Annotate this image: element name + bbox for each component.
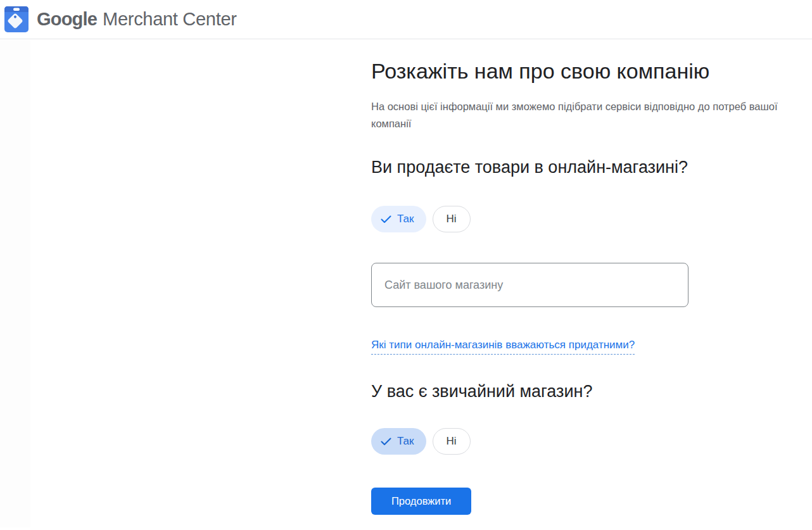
question-online-store: Ви продаєте товари в онлайн-магазині? — [371, 158, 688, 177]
online-no-label: Ні — [447, 213, 457, 225]
online-store-choice-group: Так Ні — [371, 206, 471, 232]
continue-button[interactable]: Продовжити — [371, 488, 471, 515]
eligible-stores-help-link[interactable]: Які типи онлайн-магазинів вважаються при… — [371, 339, 635, 355]
physical-no-label: Ні — [447, 435, 457, 448]
brand-product: Merchant Center — [103, 9, 237, 29]
brand-text: GoogleMerchant Center — [37, 9, 237, 30]
merchant-center-logo-icon — [4, 6, 29, 32]
online-yes-label: Так — [397, 213, 414, 225]
physical-store-choice-group: Так Ні — [371, 428, 471, 455]
merchant-center-onboarding-page: GoogleMerchant Center Розкажіть нам про … — [0, 0, 812, 530]
question-physical-store: У вас є звичайний магазин? — [371, 382, 592, 401]
page-title: Розкажіть нам про свою компанію — [371, 58, 709, 84]
physical-yes-label: Так — [397, 435, 414, 448]
check-icon — [381, 438, 391, 446]
physical-yes-chip[interactable]: Так — [371, 428, 426, 455]
left-panel-placeholder — [0, 40, 30, 527]
check-icon — [381, 215, 391, 224]
app-header: GoogleMerchant Center — [0, 0, 812, 39]
merchant-center-logo[interactable]: GoogleMerchant Center — [4, 6, 237, 32]
brand-google: Google — [37, 9, 97, 29]
online-no-chip[interactable]: Ні — [433, 206, 471, 232]
page-subtitle: На основі цієї інформації ми зможемо під… — [371, 98, 794, 132]
online-yes-chip[interactable]: Так — [371, 206, 426, 232]
physical-no-chip[interactable]: Ні — [433, 428, 471, 455]
website-input[interactable] — [371, 263, 688, 307]
